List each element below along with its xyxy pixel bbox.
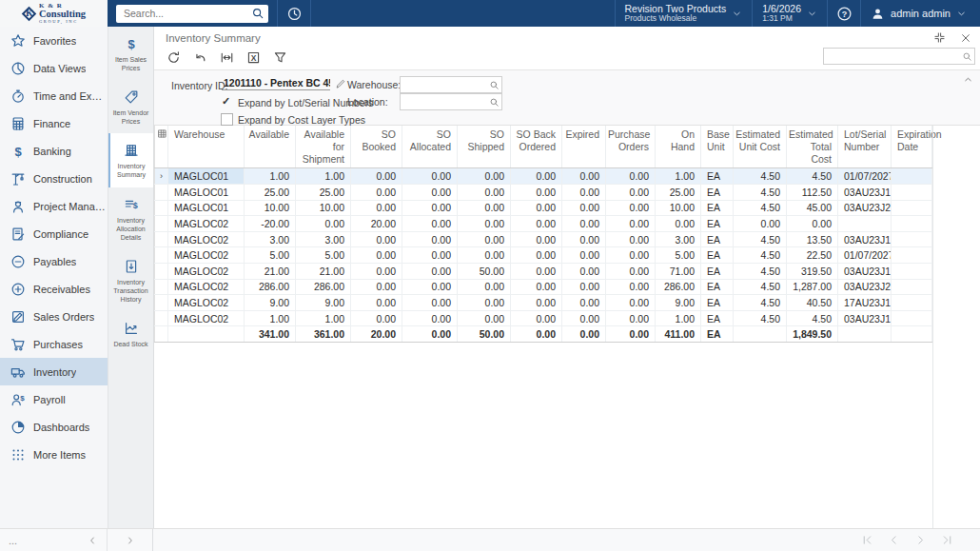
column-header-base-unit[interactable]: Base Unit <box>701 126 734 168</box>
table-cell[interactable]: 0.00 <box>511 200 562 216</box>
table-cell[interactable]: 1.00 <box>296 168 351 185</box>
table-cell[interactable]: 0.00 <box>402 279 458 295</box>
column-header-so-back-ordered[interactable]: SO Back Ordered <box>511 126 562 168</box>
table-cell[interactable]: 0.00 <box>296 216 351 232</box>
table-cell[interactable] <box>892 184 932 200</box>
table-cell[interactable] <box>892 263 932 279</box>
edit-pencil-icon[interactable] <box>335 78 346 89</box>
table-cell[interactable]: 0.00 <box>351 231 402 247</box>
table-cell[interactable]: 4.50 <box>734 231 787 247</box>
lookup-magnifier-icon[interactable] <box>489 97 500 108</box>
row-selector[interactable]: › <box>155 168 168 185</box>
table-cell[interactable]: EA <box>701 231 734 247</box>
table-cell[interactable]: 0.00 <box>562 310 606 326</box>
table-cell[interactable]: 1.00 <box>245 168 296 185</box>
location-input[interactable] <box>401 97 489 108</box>
table-cell[interactable]: 1.00 <box>296 310 351 326</box>
table-cell[interactable]: 0.00 <box>402 168 458 185</box>
table-cell[interactable]: MAGLOC02 <box>168 231 245 247</box>
table-cell[interactable] <box>892 279 932 295</box>
table-cell[interactable]: 0.00 <box>351 279 402 295</box>
column-header-warehouse[interactable]: Warehouse <box>168 126 245 168</box>
table-cell[interactable] <box>892 200 932 216</box>
sidebar-item-time-and-expenses[interactable]: Time and Expenses <box>0 82 108 109</box>
column-header-estimated-unit-cost[interactable]: Estimated Unit Cost <box>734 126 787 168</box>
table-cell[interactable]: MAGLOC02 <box>168 263 245 279</box>
row-selector[interactable] <box>155 295 168 311</box>
collapse-sidebar-button[interactable] <box>87 535 98 546</box>
table-cell[interactable]: 3.00 <box>296 231 351 247</box>
table-cell[interactable]: 0.00 <box>402 310 458 326</box>
rail-item-inventory-summary[interactable]: Inventory Summary <box>108 133 154 187</box>
sidebar-item-construction[interactable]: Construction <box>0 165 108 192</box>
refresh-button[interactable] <box>167 50 181 65</box>
table-row[interactable]: MAGLOC0125.0025.000.000.000.000.000.000.… <box>155 184 932 200</box>
table-cell[interactable]: 25.00 <box>296 184 351 200</box>
grid-settings-button[interactable] <box>155 126 168 168</box>
table-cell[interactable]: 03AU23J1 <box>838 184 892 200</box>
column-header-available-for-shipment[interactable]: Available for Shipment <box>296 126 351 168</box>
table-cell[interactable]: 71.00 <box>656 263 701 279</box>
table-cell[interactable]: 17AU23J1 <box>838 295 892 311</box>
column-header-so-booked[interactable]: SO Booked <box>351 126 402 168</box>
table-cell[interactable]: 0.00 <box>562 200 606 216</box>
popup-resize-icon[interactable] <box>933 31 946 44</box>
table-cell[interactable]: 0.00 <box>458 231 511 247</box>
table-cell[interactable]: 0.00 <box>656 216 701 232</box>
sidebar-more-button[interactable]: ... <box>9 535 17 546</box>
table-cell[interactable]: 0.00 <box>351 184 402 200</box>
fit-width-button[interactable] <box>220 50 234 65</box>
table-cell[interactable] <box>892 216 932 232</box>
table-cell[interactable]: 0.00 <box>606 247 656 264</box>
table-cell[interactable]: 0.00 <box>562 279 606 295</box>
table-cell[interactable]: 0.00 <box>606 168 656 185</box>
table-cell[interactable]: 4.50 <box>734 279 787 295</box>
table-cell[interactable]: 4.50 <box>734 310 787 326</box>
table-cell[interactable]: 0.00 <box>511 310 562 326</box>
row-selector[interactable] <box>155 200 168 216</box>
table-cell[interactable]: 0.00 <box>606 184 656 200</box>
table-row[interactable]: MAGLOC025.005.000.000.000.000.000.000.00… <box>155 247 932 264</box>
table-cell[interactable]: 0.00 <box>606 216 656 232</box>
table-cell[interactable]: 03AU23J2 <box>838 279 892 295</box>
table-cell[interactable]: 21.00 <box>245 263 296 279</box>
table-cell[interactable]: 0.00 <box>511 295 562 311</box>
table-cell[interactable]: 4.50 <box>734 168 787 185</box>
column-header-purchase-orders[interactable]: Purchase Orders <box>606 126 656 168</box>
last-page-button[interactable] <box>941 534 953 546</box>
table-cell[interactable]: 0.00 <box>562 168 606 185</box>
sidebar-item-compliance[interactable]: Compliance <box>0 220 108 247</box>
table-cell[interactable]: 4.50 <box>787 168 838 185</box>
row-selector[interactable] <box>155 247 168 264</box>
row-selector[interactable] <box>155 216 168 232</box>
table-cell[interactable]: 0.00 <box>351 200 402 216</box>
table-cell[interactable]: 3.00 <box>656 231 701 247</box>
table-cell[interactable]: EA <box>701 279 734 295</box>
table-cell[interactable]: EA <box>701 184 734 200</box>
table-cell[interactable]: 9.00 <box>245 295 296 311</box>
table-row[interactable]: MAGLOC029.009.000.000.000.000.000.000.00… <box>155 295 932 311</box>
table-cell[interactable]: 0.00 <box>458 200 511 216</box>
column-header-on-hand[interactable]: On Hand <box>656 126 701 168</box>
table-cell[interactable]: 10.00 <box>296 200 351 216</box>
global-search-input[interactable] <box>122 7 251 20</box>
table-cell[interactable]: 0.00 <box>458 247 511 264</box>
table-cell[interactable]: 0.00 <box>351 263 402 279</box>
filter-button[interactable] <box>273 50 287 65</box>
table-cell[interactable]: 9.00 <box>656 295 701 311</box>
table-cell[interactable]: 4.50 <box>734 295 787 311</box>
table-cell[interactable]: 0.00 <box>402 216 458 232</box>
table-cell[interactable]: 0.00 <box>511 279 562 295</box>
table-cell[interactable]: 0.00 <box>511 263 562 279</box>
table-cell[interactable] <box>892 168 932 185</box>
export-excel-button[interactable]: X <box>246 50 261 65</box>
table-cell[interactable]: 01/07/2027 <box>838 247 892 264</box>
date-selector[interactable]: 1/6/2026 1:31 PM <box>753 0 827 27</box>
table-cell[interactable]: 22.50 <box>787 247 838 264</box>
table-cell[interactable]: 0.00 <box>606 279 656 295</box>
collapse-panel-icon[interactable] <box>963 74 973 85</box>
sidebar-item-inventory[interactable]: Inventory <box>0 358 108 385</box>
table-cell[interactable]: 0.00 <box>458 310 511 326</box>
column-header-expiration-date[interactable]: Expiration Date <box>892 126 932 168</box>
table-cell[interactable]: 0.00 <box>402 263 458 279</box>
